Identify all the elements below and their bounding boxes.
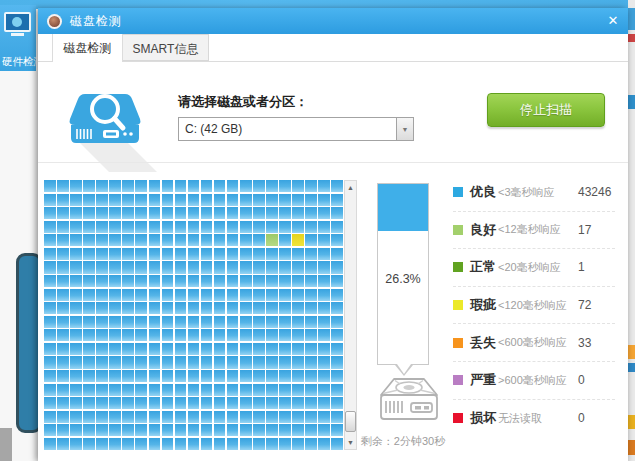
disk-block: [70, 207, 82, 219]
disk-block: [44, 261, 56, 273]
disk-block: [109, 194, 121, 206]
legend-count: 33: [578, 336, 591, 350]
close-icon[interactable]: ✕: [604, 12, 622, 30]
disk-block: [188, 411, 200, 423]
disk-block: [318, 234, 330, 246]
legend-name: 严重: [470, 371, 498, 389]
disk-block: [70, 234, 82, 246]
legend-row: 瑕疵<120毫秒响应72: [453, 287, 615, 325]
tab-bar-divider: [38, 61, 628, 62]
disk-block: [96, 343, 108, 355]
disk-block: [305, 289, 317, 301]
disk-block: [266, 316, 278, 328]
disk-block: [331, 180, 343, 192]
disk-block: [266, 221, 278, 233]
disk-block: [279, 302, 291, 314]
disk-block: [175, 411, 187, 423]
disk-block: [109, 261, 121, 273]
stop-scan-button[interactable]: 停止扫描: [487, 93, 605, 127]
toolbar-item-hardware[interactable]: 硬件检测: [0, 5, 36, 71]
disk-block: [188, 343, 200, 355]
app-icon: [47, 14, 62, 29]
disk-block: [318, 343, 330, 355]
disk-block: [44, 248, 56, 260]
disk-block: [149, 384, 161, 396]
disk-block: [266, 207, 278, 219]
disk-block: [149, 180, 161, 192]
disk-block: [162, 180, 174, 192]
disk-block: [214, 384, 226, 396]
disk-block: [305, 316, 317, 328]
disk-block: [201, 411, 213, 423]
titlebar[interactable]: 磁盘检测 ✕: [38, 8, 628, 34]
disk-block: [266, 329, 278, 341]
disk-block: [292, 424, 304, 436]
disk-block: [201, 397, 213, 409]
chevron-down-icon[interactable]: ▼: [396, 118, 413, 140]
disk-block: [201, 356, 213, 368]
disk-block: [149, 316, 161, 328]
disk-block: [135, 234, 147, 246]
disk-block: [266, 234, 278, 246]
tab-bar: 磁盘检测 SMART信息: [38, 34, 628, 62]
disk-select[interactable]: C: (42 GB) ▼: [178, 117, 414, 141]
disk-block: [227, 261, 239, 273]
tab-smart-info[interactable]: SMART信息: [123, 34, 209, 61]
disk-block: [331, 275, 343, 287]
disk-block: [240, 397, 252, 409]
tab-disk-check[interactable]: 磁盘检测: [52, 34, 123, 62]
disk-block: [70, 384, 82, 396]
disk-block: [279, 356, 291, 368]
disk-block: [305, 275, 317, 287]
disk-block: [305, 234, 317, 246]
legend-swatch: [453, 338, 463, 348]
disk-block: [201, 302, 213, 314]
disk-block: [83, 343, 95, 355]
disk-block: [162, 194, 174, 206]
disk-block: [305, 370, 317, 382]
disk-block: [240, 261, 252, 273]
disk-block: [135, 397, 147, 409]
disk-block: [175, 180, 187, 192]
disk-block: [331, 370, 343, 382]
disk-block: [240, 329, 252, 341]
disk-block: [149, 194, 161, 206]
disk-block: [70, 356, 82, 368]
disk-block: [162, 302, 174, 314]
disk-block: [109, 180, 121, 192]
legend-desc: <20毫秒响应: [498, 260, 578, 275]
disk-block: [201, 221, 213, 233]
disk-block: [318, 438, 330, 450]
legend-swatch: [453, 413, 463, 423]
disk-block: [318, 424, 330, 436]
disk-block: [188, 180, 200, 192]
disk-block: [292, 207, 304, 219]
disk-block: [44, 397, 56, 409]
disk-block: [149, 438, 161, 450]
disk-block: [122, 329, 134, 341]
disk-block: [175, 234, 187, 246]
disk-block: [240, 221, 252, 233]
disk-block: [175, 248, 187, 260]
disk-block: [109, 275, 121, 287]
disk-block: [162, 234, 174, 246]
disk-block: [253, 261, 265, 273]
disk-block: [253, 316, 265, 328]
disk-block: [266, 194, 278, 206]
scroll-up-icon[interactable]: ▲: [345, 181, 356, 194]
disk-block: [227, 316, 239, 328]
scrollbar-thumb[interactable]: [345, 411, 356, 432]
disk-block: [96, 275, 108, 287]
disk-block: [162, 329, 174, 341]
disk-block: [331, 194, 343, 206]
disk-block: [240, 438, 252, 450]
disk-block: [292, 329, 304, 341]
disk-block: [109, 289, 121, 301]
disk-block: [44, 424, 56, 436]
grid-scrollbar[interactable]: ▲ ▼: [344, 180, 357, 450]
disk-block: [162, 438, 174, 450]
legend-swatch: [453, 300, 463, 310]
time-remaining: 剩余：2分钟30秒: [355, 434, 451, 449]
disk-block: [266, 302, 278, 314]
disk-block: [188, 221, 200, 233]
